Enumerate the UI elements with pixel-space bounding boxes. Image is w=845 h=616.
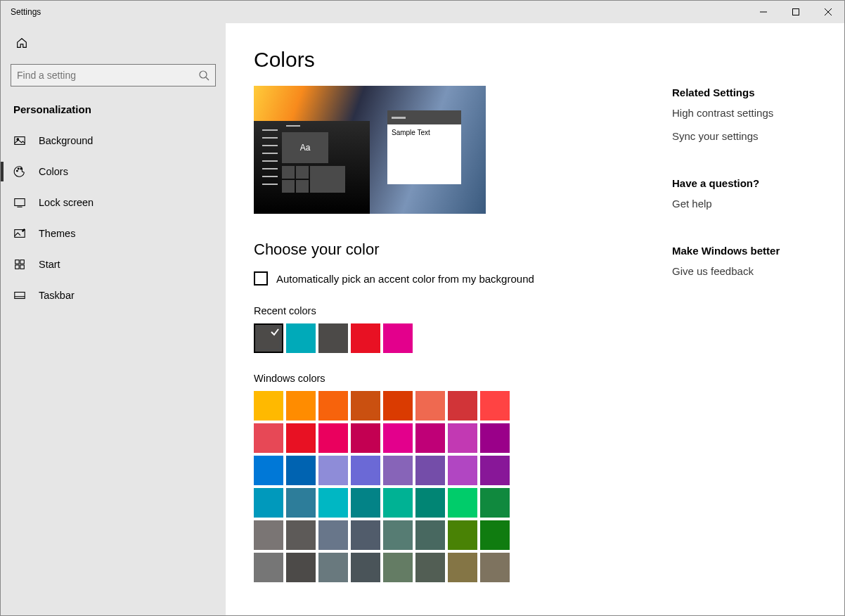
windows-color-swatch[interactable] (448, 553, 477, 582)
windows-colors-grid (254, 391, 644, 582)
maximize-button[interactable] (780, 1, 812, 23)
sidebar-item-label: Colors (39, 166, 68, 177)
windows-color-swatch[interactable] (254, 520, 283, 550)
search-icon (198, 70, 209, 81)
windows-color-swatch[interactable] (480, 520, 510, 550)
windows-color-swatch[interactable] (480, 456, 510, 485)
question-heading: Have a question? (672, 177, 816, 189)
titlebar: Settings (1, 1, 844, 23)
home-button[interactable] (8, 29, 36, 57)
windows-color-swatch[interactable] (351, 456, 380, 485)
get-help-link[interactable]: Get help (672, 198, 816, 210)
windows-color-swatch[interactable] (254, 423, 283, 453)
windows-color-swatch[interactable] (448, 456, 477, 485)
svg-point-9 (18, 168, 19, 169)
sidebar-item-background[interactable]: Background (1, 125, 226, 156)
sidebar-item-colors[interactable]: Colors (1, 156, 226, 187)
svg-line-5 (206, 77, 209, 80)
windows-color-swatch[interactable] (318, 520, 348, 550)
sidebar-item-taskbar[interactable]: Taskbar (1, 280, 226, 311)
windows-color-swatch[interactable] (286, 520, 316, 550)
windows-color-swatch[interactable] (448, 423, 477, 453)
sidebar-item-label: Lock screen (39, 197, 93, 208)
svg-rect-15 (20, 260, 24, 264)
windows-color-swatch[interactable] (318, 391, 348, 421)
recent-colors-label: Recent colors (254, 305, 644, 316)
svg-rect-14 (15, 260, 19, 264)
windows-color-swatch[interactable] (286, 488, 316, 518)
minimize-button[interactable] (747, 1, 780, 23)
windows-color-swatch[interactable] (351, 488, 380, 518)
windows-color-swatch[interactable] (383, 456, 413, 485)
sidebar-item-label: Themes (39, 228, 75, 239)
lockscreen-icon (13, 196, 26, 209)
windows-color-swatch[interactable] (318, 553, 348, 582)
windows-color-swatch[interactable] (254, 391, 283, 421)
windows-color-swatch[interactable] (480, 391, 510, 421)
recent-colors-row (254, 323, 644, 353)
windows-color-swatch[interactable] (351, 520, 380, 550)
windows-color-swatch[interactable] (480, 553, 510, 582)
sidebar-item-start[interactable]: Start (1, 249, 226, 280)
auto-pick-checkbox[interactable] (254, 271, 268, 285)
related-link[interactable]: Sync your settings (672, 130, 816, 142)
windows-color-swatch[interactable] (383, 423, 413, 453)
window-title: Settings (1, 7, 226, 17)
svg-point-10 (20, 168, 22, 169)
windows-color-swatch[interactable] (254, 553, 283, 582)
sidebar-item-label: Background (39, 135, 93, 146)
recent-color-swatch[interactable] (254, 323, 283, 353)
windows-color-swatch[interactable] (480, 423, 510, 453)
sidebar-item-themes[interactable]: Themes (1, 218, 226, 249)
windows-color-swatch[interactable] (318, 488, 348, 518)
windows-color-swatch[interactable] (448, 520, 477, 550)
picture-icon (13, 134, 26, 147)
windows-color-swatch[interactable] (254, 488, 283, 518)
choose-color-heading: Choose your color (254, 240, 644, 259)
sidebar-item-lock-screen[interactable]: Lock screen (1, 187, 226, 218)
windows-color-swatch[interactable] (415, 553, 445, 582)
check-icon (269, 326, 280, 338)
windows-color-swatch[interactable] (448, 488, 477, 518)
svg-rect-18 (15, 293, 25, 299)
sidebar-item-label: Taskbar (39, 290, 75, 301)
windows-color-swatch[interactable] (415, 456, 445, 485)
recent-color-swatch[interactable] (351, 323, 380, 353)
themes-icon (13, 227, 26, 240)
auto-pick-label: Automatically pick an accent color from … (276, 273, 534, 285)
svg-rect-1 (793, 9, 799, 15)
windows-color-swatch[interactable] (415, 488, 445, 518)
windows-color-swatch[interactable] (448, 391, 477, 421)
windows-color-swatch[interactable] (286, 456, 316, 485)
recent-color-swatch[interactable] (383, 323, 413, 353)
category-label: Personalization (1, 96, 226, 125)
windows-color-swatch[interactable] (383, 520, 413, 550)
windows-color-swatch[interactable] (351, 391, 380, 421)
windows-color-swatch[interactable] (415, 423, 445, 453)
windows-color-swatch[interactable] (351, 423, 380, 453)
close-button[interactable] (812, 1, 844, 23)
windows-color-swatch[interactable] (318, 423, 348, 453)
windows-color-swatch[interactable] (383, 488, 413, 518)
windows-color-swatch[interactable] (286, 553, 316, 582)
feedback-link[interactable]: Give us feedback (672, 265, 816, 277)
windows-color-swatch[interactable] (383, 553, 413, 582)
windows-color-swatch[interactable] (480, 488, 510, 518)
windows-color-swatch[interactable] (351, 553, 380, 582)
windows-color-swatch[interactable] (318, 456, 348, 485)
sidebar-item-label: Start (39, 259, 60, 270)
search-input[interactable] (11, 64, 216, 86)
related-link[interactable]: High contrast settings (672, 107, 816, 119)
better-heading: Make Windows better (672, 245, 816, 257)
windows-color-swatch[interactable] (286, 423, 316, 453)
windows-color-swatch[interactable] (415, 520, 445, 550)
preview-sample-text: Sample Text (387, 124, 461, 141)
windows-color-swatch[interactable] (254, 456, 283, 485)
palette-icon (13, 165, 26, 178)
svg-point-8 (17, 170, 18, 172)
windows-color-swatch[interactable] (415, 391, 445, 421)
recent-color-swatch[interactable] (318, 323, 348, 353)
windows-color-swatch[interactable] (286, 391, 316, 421)
windows-color-swatch[interactable] (383, 391, 413, 421)
recent-color-swatch[interactable] (286, 323, 316, 353)
